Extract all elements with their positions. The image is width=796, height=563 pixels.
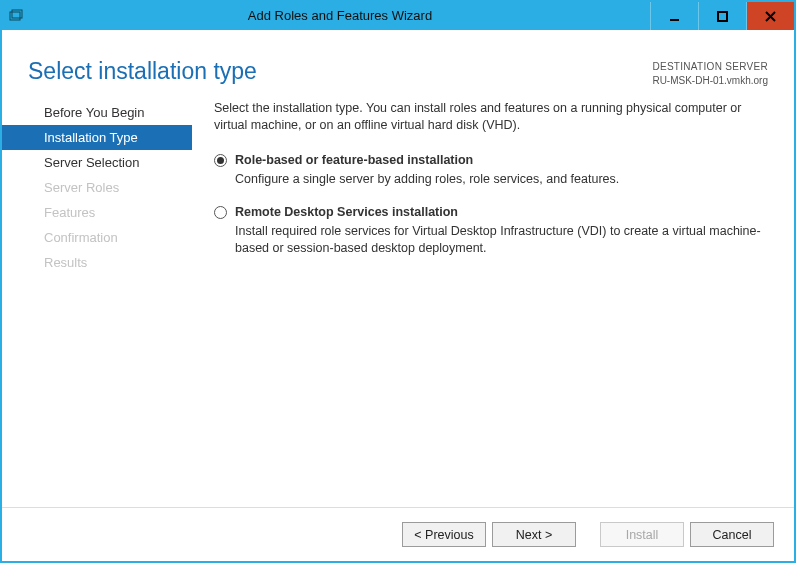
destination-value: RU-MSK-DH-01.vmkh.org xyxy=(652,74,768,88)
minimize-button[interactable] xyxy=(650,2,698,30)
wizard-window: Add Roles and Features Wizard Select ins… xyxy=(0,0,796,563)
window-controls xyxy=(650,2,794,30)
option-role-based-desc: Configure a single server by adding role… xyxy=(235,171,772,188)
option-rds[interactable]: Remote Desktop Services installation Ins… xyxy=(214,204,772,257)
app-icon xyxy=(2,2,30,30)
sidebar-item-before-you-begin[interactable]: Before You Begin xyxy=(2,100,192,125)
install-button: Install xyxy=(600,522,684,547)
footer-row: < Previous Next > Install Cancel xyxy=(2,507,794,561)
option-role-based-title: Role-based or feature-based installation xyxy=(235,152,473,169)
page-title: Select installation type xyxy=(28,58,652,85)
intro-text: Select the installation type. You can in… xyxy=(214,100,772,134)
previous-button[interactable]: < Previous xyxy=(402,522,486,547)
radio-rds[interactable] xyxy=(214,206,227,219)
next-button[interactable]: Next > xyxy=(492,522,576,547)
sidebar-item-server-roles: Server Roles xyxy=(2,175,192,200)
window-title: Add Roles and Features Wizard xyxy=(30,2,650,30)
svg-rect-2 xyxy=(670,19,679,21)
content-area: Select installation type DESTINATION SER… xyxy=(2,30,794,561)
option-role-based[interactable]: Role-based or feature-based installation… xyxy=(214,152,772,188)
radio-role-based[interactable] xyxy=(214,154,227,167)
wizard-sidebar: Before You Begin Installation Type Serve… xyxy=(2,96,192,507)
header-row: Select installation type DESTINATION SER… xyxy=(2,30,794,96)
body-row: Before You Begin Installation Type Serve… xyxy=(2,96,794,507)
sidebar-item-results: Results xyxy=(2,250,192,275)
sidebar-item-confirmation: Confirmation xyxy=(2,225,192,250)
cancel-button[interactable]: Cancel xyxy=(690,522,774,547)
titlebar: Add Roles and Features Wizard xyxy=(2,2,794,30)
sidebar-item-installation-type[interactable]: Installation Type xyxy=(2,125,192,150)
option-rds-title: Remote Desktop Services installation xyxy=(235,204,458,221)
sidebar-item-server-selection[interactable]: Server Selection xyxy=(2,150,192,175)
main-panel: Select the installation type. You can in… xyxy=(192,96,794,507)
destination-server-box: DESTINATION SERVER RU-MSK-DH-01.vmkh.org xyxy=(652,58,768,88)
destination-label: DESTINATION SERVER xyxy=(652,60,768,74)
svg-rect-3 xyxy=(718,12,727,21)
close-button[interactable] xyxy=(746,2,794,30)
sidebar-item-features: Features xyxy=(2,200,192,225)
option-rds-desc: Install required role services for Virtu… xyxy=(235,223,772,257)
maximize-button[interactable] xyxy=(698,2,746,30)
